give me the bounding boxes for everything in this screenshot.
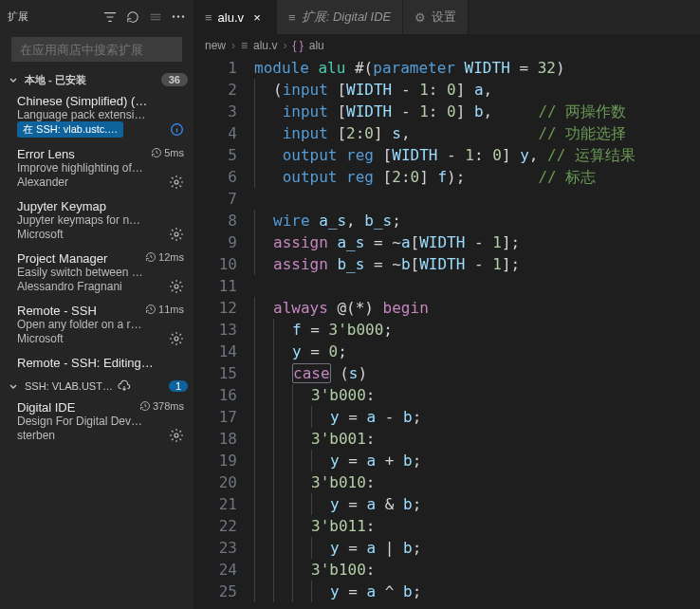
svg-point-0 bbox=[173, 15, 175, 17]
ssh-count: 1 bbox=[169, 380, 188, 392]
extension-name: Chinese (Simplified) (… bbox=[17, 94, 184, 108]
more-icon[interactable] bbox=[171, 9, 186, 25]
section-ssh[interactable]: SSH: VLAB.UST… 1 bbox=[0, 376, 193, 397]
svg-point-4 bbox=[175, 180, 178, 184]
svg-point-5 bbox=[175, 232, 178, 236]
extension-item[interactable]: 378ms Digital IDE Design For Digital Dev… bbox=[0, 397, 193, 449]
extension-author: Alessandro Fragnani bbox=[17, 280, 122, 293]
activation-time: 5ms bbox=[151, 147, 184, 158]
extension-author: Microsoft bbox=[17, 332, 64, 345]
extension-desc: Jupyter keymaps for n… bbox=[17, 213, 184, 227]
extensions-sidebar: 扩展 本地 - 已安装 36 Chinese (Simplified) (… L… bbox=[0, 0, 193, 609]
activation-time: 12ms bbox=[145, 251, 184, 263]
gear-icon[interactable] bbox=[169, 428, 184, 443]
editor-area: ≡ alu.v × ≡ 扩展: Digital IDE ⚙ 设置 new › ≡… bbox=[193, 0, 700, 609]
sidebar-header: 扩展 bbox=[0, 0, 193, 33]
extension-item[interactable]: Remote - SSH: Editing… bbox=[0, 352, 193, 376]
crumb-file[interactable]: alu.v bbox=[253, 39, 277, 52]
gear-icon[interactable] bbox=[169, 175, 184, 190]
extension-item[interactable]: 11ms Remote - SSH Open any folder on a r… bbox=[0, 300, 193, 352]
activation-time: 11ms bbox=[145, 304, 184, 315]
verilog-file-icon: ≡ bbox=[241, 39, 248, 52]
gear-icon: ⚙ bbox=[414, 10, 426, 25]
svg-point-7 bbox=[175, 337, 178, 341]
extension-desc: Open any folder on a r… bbox=[17, 318, 184, 331]
extension-name: Remote - SSH: Editing… bbox=[17, 356, 184, 370]
tab-label: 设置 bbox=[432, 9, 456, 26]
refresh-icon[interactable] bbox=[125, 9, 140, 25]
line-gutter: 1234567891011121314151617181920212223242… bbox=[193, 57, 254, 609]
gear-icon[interactable] bbox=[169, 279, 184, 294]
extension-item[interactable]: Chinese (Simplified) (… Language pack ex… bbox=[0, 90, 193, 143]
search-input[interactable] bbox=[11, 37, 182, 62]
ext-icon: ≡ bbox=[288, 10, 296, 25]
section-label: 本地 - 已安装 bbox=[25, 73, 86, 87]
extension-author: Alexander bbox=[17, 175, 68, 189]
extension-desc: Design For Digital Dev… bbox=[17, 415, 184, 428]
chevron-down-icon bbox=[6, 72, 21, 87]
verilog-icon: ≡ bbox=[205, 10, 212, 25]
chevron-down-icon bbox=[6, 378, 21, 394]
minimap[interactable] bbox=[685, 57, 700, 609]
ssh-install-badge[interactable]: 在 SSH: vlab.ustc.… bbox=[17, 121, 123, 138]
extension-item[interactable]: Jupyter Keymap Jupyter keymaps for n… Mi… bbox=[0, 195, 193, 248]
filter-icon[interactable] bbox=[102, 9, 118, 25]
extension-desc: Easily switch between … bbox=[17, 266, 184, 279]
cloud-download-icon[interactable] bbox=[117, 378, 132, 394]
ssh-section-label: SSH: VLAB.UST… bbox=[25, 380, 113, 392]
section-installed[interactable]: 本地 - 已安装 36 bbox=[0, 69, 193, 90]
breadcrumb[interactable]: new › ≡ alu.v › { } alu bbox=[193, 34, 700, 57]
extensions-list: Chinese (Simplified) (… Language pack ex… bbox=[0, 90, 193, 376]
extension-item[interactable]: 12ms Project Manager Easily switch betwe… bbox=[0, 248, 193, 300]
extension-desc: Improve highlighting of… bbox=[17, 161, 184, 175]
tab-alu.v[interactable]: ≡ alu.v × bbox=[193, 0, 277, 34]
sidebar-title: 扩展 bbox=[8, 9, 95, 24]
ssh-extensions-list: 378ms Digital IDE Design For Digital Dev… bbox=[0, 397, 193, 449]
section-count: 36 bbox=[161, 73, 188, 86]
gear-icon[interactable] bbox=[169, 227, 184, 242]
clear-icon[interactable] bbox=[148, 9, 163, 25]
tab-label: 扩展: Digital IDE bbox=[302, 9, 392, 26]
svg-point-2 bbox=[182, 15, 184, 17]
gear-icon[interactable] bbox=[169, 331, 184, 346]
close-icon[interactable]: × bbox=[249, 9, 265, 25]
tab-label: alu.v bbox=[218, 10, 244, 25]
svg-point-6 bbox=[175, 285, 178, 288]
info-icon[interactable] bbox=[170, 122, 184, 137]
crumb-symbol[interactable]: alu bbox=[309, 39, 324, 52]
svg-point-1 bbox=[177, 15, 179, 17]
svg-point-8 bbox=[175, 434, 178, 437]
chevron-right-icon: › bbox=[283, 39, 286, 52]
chevron-right-icon: › bbox=[231, 39, 235, 52]
extension-desc: Language pack extensi… bbox=[17, 108, 184, 121]
extension-name: Jupyter Keymap bbox=[17, 199, 184, 213]
tab-设置[interactable]: ⚙ 设置 bbox=[403, 0, 469, 34]
braces-icon: { } bbox=[292, 39, 303, 52]
tab-bar: ≡ alu.v × ≡ 扩展: Digital IDE ⚙ 设置 bbox=[193, 0, 700, 34]
extension-author: sterben bbox=[17, 429, 55, 442]
code-editor[interactable]: 1234567891011121314151617181920212223242… bbox=[193, 57, 700, 609]
extension-item[interactable]: 5ms Error Lens Improve highlighting of… … bbox=[0, 143, 193, 195]
crumb-folder[interactable]: new bbox=[205, 39, 226, 52]
activation-time: 378ms bbox=[139, 400, 184, 412]
tab-扩展: Digital IDE[interactable]: ≡ 扩展: Digital IDE bbox=[277, 0, 403, 34]
extension-author: Microsoft bbox=[17, 228, 64, 241]
code-content[interactable]: module alu #(parameter WIDTH = 32)(input… bbox=[254, 57, 685, 609]
